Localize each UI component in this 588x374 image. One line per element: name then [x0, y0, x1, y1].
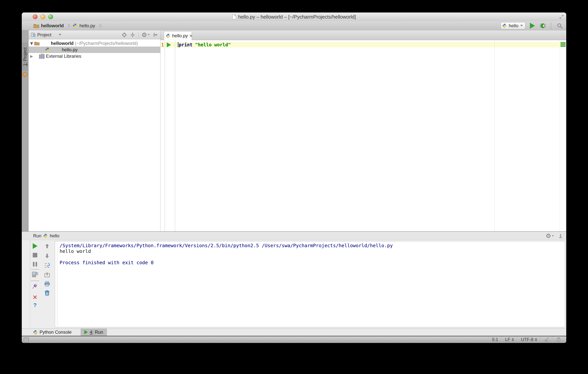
updown-icon [512, 338, 514, 341]
collapse-all-icon[interactable] [130, 32, 135, 37]
settings-gear-icon[interactable]: ⚙ [142, 32, 150, 38]
stop-button[interactable] [31, 251, 39, 259]
chevron-right-icon [66, 24, 70, 28]
run-tab[interactable]: 4: Run [81, 329, 107, 336]
editor-area: hello.py × 1 print "hello world" [160, 30, 566, 231]
pin-tab-button[interactable] [31, 282, 39, 290]
close-window-button[interactable] [33, 14, 37, 19]
toggle-toolbuttons-icon[interactable] [24, 337, 29, 342]
pycharm-window: hello.py – helloworld – [~/PycharmProjec… [22, 12, 566, 343]
tab-label: : Project [23, 47, 28, 63]
right-margin-guide [494, 40, 494, 231]
caret-position[interactable]: 5:1 [489, 336, 502, 343]
zoom-window-button[interactable] [48, 14, 53, 19]
print-button[interactable] [43, 280, 51, 288]
line-ending-select[interactable]: LF [502, 336, 517, 343]
inspection-status-indicator[interactable] [561, 42, 566, 47]
close-panel-button[interactable]: ✕ [31, 293, 39, 301]
toolbar-separator [138, 32, 138, 38]
debug-button[interactable] [539, 22, 546, 29]
python-console-icon [33, 330, 38, 334]
hide-panel-icon[interactable] [153, 32, 158, 37]
settings-gear-icon[interactable]: ⚙ [546, 233, 554, 239]
scroll-to-end-button[interactable] [43, 262, 51, 269]
code-keyword: print [179, 42, 195, 47]
title-bar: hello.py – helloworld – [~/PycharmProjec… [22, 12, 566, 21]
project-root-path: (~/PycharmProjects/helloworld) [74, 41, 138, 46]
help-button[interactable]: ? [31, 301, 39, 309]
project-panel: Project ⚙ [29, 30, 160, 231]
run-tab-mnemonic: 4 [90, 330, 92, 335]
readonly-lock-icon[interactable] [541, 336, 552, 343]
tree-row-hello-py[interactable]: hello.py [29, 47, 160, 53]
run-configuration-select[interactable]: hello [501, 22, 525, 29]
show-console-button[interactable] [31, 271, 39, 278]
run-tool-window: Run hello ⚙ [22, 231, 566, 328]
run-panel-header: Run hello ⚙ [22, 232, 566, 240]
chevron-down-icon [59, 34, 61, 36]
run-line-icon[interactable] [167, 43, 171, 47]
main-toolbar: hello [501, 22, 566, 29]
tool-window-bar: Python Console 4: Run [22, 328, 566, 336]
rerun-button[interactable] [31, 242, 39, 250]
expanded-arrow-icon[interactable]: ▼ [29, 41, 34, 46]
python-icon [43, 234, 48, 238]
run-icon [84, 330, 88, 334]
next-occurrence-button[interactable] [43, 252, 51, 260]
close-tab-icon[interactable]: × [189, 34, 192, 38]
python-file-icon [73, 23, 78, 28]
python-console-tab[interactable]: Python Console [29, 329, 75, 336]
editor-tab-bar: hello.py × [160, 30, 566, 40]
window-title: hello.py – helloworld – [~/PycharmProjec… [238, 14, 356, 20]
python-icon [502, 23, 507, 28]
breadcrumb-project[interactable]: helloworld [41, 23, 64, 28]
status-bar: 5:1 LF UTF-8 [22, 336, 566, 343]
navigation-bar: helloworld hello.py hello [22, 21, 566, 30]
console-line: hello world [60, 248, 564, 254]
editor-body[interactable]: 1 print "hello world" [160, 40, 566, 231]
breadcrumb: helloworld hello.py [22, 23, 501, 28]
inspection-profile-icon[interactable] [553, 336, 565, 343]
python-file-icon [166, 33, 170, 38]
breadcrumb-file[interactable]: hello.py [79, 23, 95, 28]
code-string: "hello world" [195, 42, 231, 47]
collapsed-arrow-icon[interactable]: ▶ [29, 54, 34, 58]
console-line: Process finished with exit code 0 [60, 260, 564, 266]
tool-window-strip: 1: Project [22, 30, 29, 231]
updown-icon [535, 338, 537, 341]
encoding-select[interactable]: UTF-8 [518, 336, 541, 343]
clear-console-button[interactable] [43, 289, 51, 297]
gutter-separator [175, 40, 175, 231]
search-everywhere-icon[interactable] [556, 22, 563, 29]
run-tab-label: : Run [92, 330, 103, 335]
error-stripe [560, 40, 566, 231]
minimize-window-button[interactable] [41, 14, 45, 19]
panel-divider [30, 240, 30, 328]
console-line: /System/Library/Frameworks/Python.framew… [60, 243, 564, 248]
chevron-down-icon [520, 25, 523, 26]
pause-output-button[interactable] [31, 260, 39, 268]
toolbar-separator [551, 23, 552, 29]
export-output-button[interactable] [43, 271, 51, 279]
run-configuration-label: hello [509, 23, 518, 28]
run-console[interactable]: /System/Library/Frameworks/Python.framew… [55, 241, 565, 327]
run-panel-title: Run [33, 233, 42, 238]
desktop: hello.py – helloworld – [~/PycharmProjec… [0, 0, 588, 374]
line-number: 1 [160, 42, 164, 47]
tab-mnemonic: 1 [23, 64, 28, 66]
traffic-lights [33, 14, 53, 19]
project-tool-window-tab[interactable]: 1: Project [22, 43, 29, 71]
project-tree: ▼ helloworld (~/PycharmProjects/hellowor… [29, 40, 160, 59]
editor-tab-hello-py[interactable]: hello.py × [164, 31, 192, 40]
code-line[interactable]: print "hello world" [178, 42, 231, 47]
document-icon [232, 14, 236, 20]
prev-occurrence-button[interactable] [43, 242, 51, 250]
hide-panel-down-icon[interactable] [558, 233, 563, 238]
tree-row-external-libraries[interactable]: ▶ External Libraries [29, 53, 160, 59]
gutter-separator [165, 40, 165, 231]
folder-icon [33, 23, 39, 28]
fullscreen-icon[interactable] [559, 14, 564, 20]
run-button[interactable] [530, 23, 535, 29]
locate-file-icon[interactable] [122, 32, 127, 37]
external-libraries-label: External Libraries [46, 53, 81, 59]
